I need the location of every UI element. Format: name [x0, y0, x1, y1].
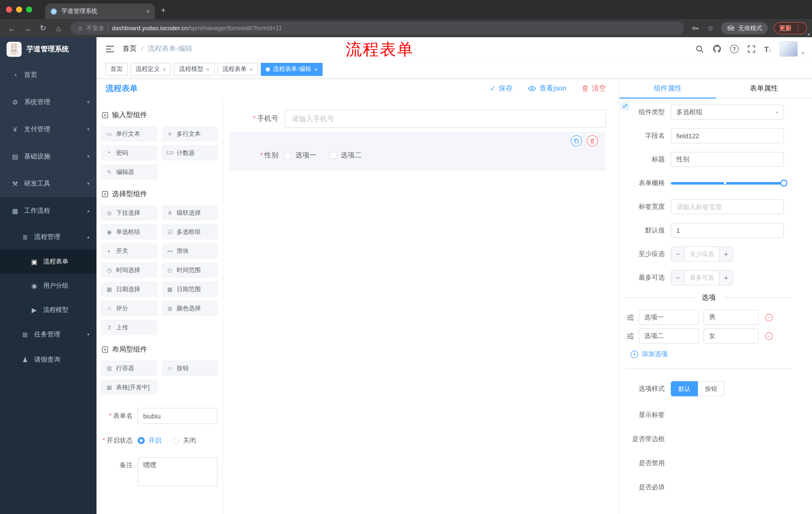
status-off-radio[interactable]: 关闭	[172, 436, 196, 445]
sidebar-item-home[interactable]: ◔ 首页	[0, 61, 96, 88]
sidebar-item-workflow[interactable]: ▦ 工作流程 ▴	[0, 197, 96, 224]
sidebar-item-user-group[interactable]: ◉ 用户分组	[0, 274, 96, 298]
avatar-caret-icon[interactable]: ▾	[802, 51, 804, 56]
clear-button[interactable]: 清空	[581, 84, 606, 93]
palette-item-table[interactable]: ▦表格[开发中]	[102, 380, 157, 395]
palette-item-time-range[interactable]: ◴时间范围	[162, 263, 218, 278]
increase-button[interactable]: +	[720, 247, 733, 261]
tag-process-form-edit[interactable]: 流程表单-编辑 ×	[261, 63, 323, 76]
decrease-button[interactable]: −	[671, 247, 685, 261]
palette-item-upload[interactable]: ↥上传	[102, 320, 157, 335]
palette-item-counter[interactable]: 123计数器	[162, 145, 218, 160]
sidebar-toggle-icon[interactable]	[106, 45, 115, 53]
zoom-window-button[interactable]	[26, 6, 32, 12]
palette-item-multi-line-text[interactable]: ≡多行文本	[162, 126, 218, 141]
palette-item-time-picker[interactable]: ◷时间选择	[102, 263, 157, 278]
fullscreen-icon[interactable]	[747, 45, 756, 53]
palette-item-date-picker[interactable]: ▦日期选择	[102, 282, 157, 297]
tab-close-icon[interactable]: ×	[146, 7, 150, 15]
forward-button[interactable]: →	[21, 24, 34, 32]
browser-tab[interactable]: 芋道管理系统 ×	[45, 3, 155, 19]
palette-item-editor[interactable]: ✎编辑器	[102, 164, 157, 180]
copy-component-button[interactable]	[571, 135, 582, 146]
palette-item-cascader[interactable]: ⋔级联选择	[162, 205, 218, 220]
browser-menu-icon[interactable]: ⋮	[795, 24, 802, 32]
tag-home[interactable]: 首页	[106, 63, 127, 76]
github-icon[interactable]	[713, 44, 722, 53]
canvas-field-phone[interactable]: 手机号	[229, 110, 606, 128]
palette-item-rate[interactable]: ☆评分	[102, 301, 157, 316]
sidebar-item-process-form[interactable]: ▣ 流程表单	[0, 249, 96, 274]
tab-form-props[interactable]: 表单属性	[716, 78, 812, 98]
toolbar-caret-icon[interactable]: ▾	[808, 32, 810, 37]
add-option-button[interactable]: + 添加选项	[631, 350, 812, 359]
remove-option-button[interactable]: −	[765, 314, 773, 321]
component-type-select[interactable]: 多选框组 ▾	[671, 105, 784, 120]
drag-handle-icon[interactable]	[627, 332, 634, 340]
address-bar[interactable]: ⚠ 不安全 dashboard.yudao.iocoder.cn/bpm/man…	[70, 22, 684, 35]
drag-handle-icon[interactable]	[627, 314, 634, 321]
delete-component-button[interactable]	[587, 135, 598, 146]
palette-item-date-range[interactable]: ▩日期范围	[162, 282, 218, 297]
breadcrumb-home[interactable]: 首页	[123, 44, 137, 53]
field-name-input[interactable]	[671, 128, 784, 143]
sidebar-item-payment[interactable]: ¥ 支付管理 ▾	[0, 116, 96, 143]
min-select-value[interactable]: 至少应选	[685, 247, 720, 261]
password-key-icon[interactable]	[689, 24, 702, 32]
max-select-value[interactable]: 最多可选	[685, 271, 720, 285]
style-button-button[interactable]: 按钮	[698, 381, 725, 396]
option2-value-input[interactable]	[703, 328, 759, 344]
slider-handle[interactable]	[780, 180, 787, 187]
reload-button[interactable]: ↻	[36, 24, 50, 33]
palette-item-row-container[interactable]: ▥行容器	[102, 360, 157, 376]
default-value-input[interactable]	[671, 223, 784, 238]
sidebar-item-task-management[interactable]: ⊞ 任务管理 ▾	[0, 322, 96, 347]
tag-process-model[interactable]: 流程模型 ×	[174, 63, 214, 76]
remove-option-button[interactable]: −	[765, 332, 773, 340]
gender-option1-checkbox[interactable]: 选项一	[284, 151, 317, 160]
link-icon[interactable]	[620, 102, 630, 111]
palette-item-radio-group[interactable]: ◉单选框组	[102, 224, 157, 239]
back-button[interactable]: ←	[5, 24, 19, 32]
form-grid-slider[interactable]	[671, 175, 784, 191]
tag-close-icon[interactable]: ×	[314, 66, 318, 72]
palette-item-single-line-text[interactable]: ▭单行文本	[102, 126, 157, 141]
tab-component-props[interactable]: 组件属性	[619, 78, 716, 98]
label-width-input[interactable]	[671, 199, 784, 214]
tag-close-icon[interactable]: ×	[163, 66, 166, 72]
form-name-input[interactable]	[138, 408, 218, 424]
palette-item-button[interactable]: ▱按钮	[162, 360, 218, 376]
decrease-button[interactable]: −	[671, 271, 685, 285]
sidebar-item-system[interactable]: ⚙ 系统管理 ▾	[0, 88, 96, 116]
increase-button[interactable]: +	[720, 271, 733, 285]
tag-process-form[interactable]: 流程表单 ×	[218, 63, 258, 76]
palette-item-password[interactable]: ＊密码	[102, 145, 157, 160]
palette-item-checkbox-group[interactable]: ☑多选框组	[162, 224, 218, 239]
sidebar-item-process-management[interactable]: ≣ 流程管理 ▴	[0, 224, 96, 249]
slider-track[interactable]	[671, 182, 784, 184]
avatar[interactable]	[780, 41, 798, 57]
sidebar-item-leave-query[interactable]: ♟ 请假查询	[0, 347, 96, 372]
close-window-button[interactable]	[6, 6, 12, 12]
help-icon[interactable]: ?	[730, 45, 738, 53]
status-on-radio[interactable]: 开启	[138, 436, 161, 445]
form-remark-textarea[interactable]: 嘿嘿	[138, 457, 218, 486]
sidebar-item-process-model[interactable]: ▶ 流程模型	[0, 298, 96, 322]
phone-input[interactable]	[284, 110, 606, 128]
title-input[interactable]	[671, 152, 784, 167]
view-json-button[interactable]: 查看json	[528, 84, 566, 93]
home-button[interactable]: ⌂	[52, 24, 65, 32]
option1-value-input[interactable]	[703, 310, 759, 325]
palette-item-select[interactable]: ◎下拉选择	[102, 205, 157, 220]
browser-update-button[interactable]: 更新 ⋮	[774, 22, 807, 34]
option1-label-input[interactable]	[639, 310, 699, 325]
sidebar-item-devtools[interactable]: ⚒ 研发工具 ▾	[0, 170, 96, 197]
bookmark-star-icon[interactable]: ☆	[704, 24, 717, 32]
palette-item-color-picker[interactable]: ◍颜色选择	[162, 301, 218, 316]
style-default-button[interactable]: 默认	[671, 381, 698, 396]
search-icon[interactable]	[695, 45, 704, 53]
palette-item-slider[interactable]: ⊶滑块	[162, 243, 218, 259]
tag-close-icon[interactable]: ×	[206, 66, 209, 72]
minimize-window-button[interactable]	[16, 6, 22, 12]
tag-process-definition[interactable]: 流程定义 ×	[130, 63, 171, 76]
